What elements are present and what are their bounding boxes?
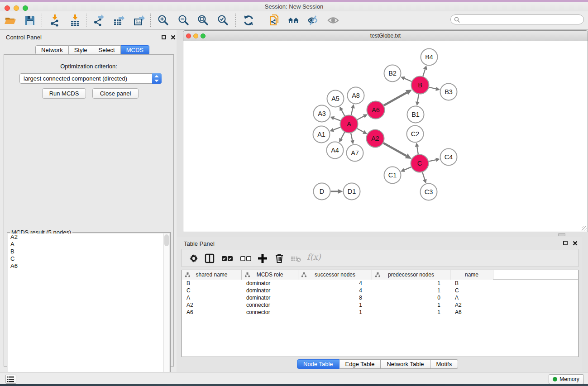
task-history-list-icon[interactable]: [5, 375, 16, 384]
column-header-predecessor-nodes[interactable]: predecessor nodes: [372, 270, 450, 280]
graph-edge-A2-C[interactable]: [383, 143, 406, 156]
table-cell: A6: [182, 309, 242, 316]
clone-network-icon[interactable]: [268, 14, 281, 27]
network-window-titlebar[interactable]: testGlobe.txt: [183, 31, 588, 41]
graph-node-label: C: [417, 160, 422, 167]
tab-select[interactable]: Select: [93, 45, 121, 55]
zoom-fit-icon[interactable]: [197, 14, 210, 27]
graph-edge-A-A8[interactable]: [351, 108, 353, 115]
hide-selected-icon[interactable]: [306, 14, 319, 27]
list-item[interactable]: C: [8, 255, 164, 262]
tab-edge-table[interactable]: Edge Table: [339, 359, 381, 369]
horizontal-splitter-handle[interactable]: [558, 233, 565, 236]
table-row[interactable]: Bdominator41B: [182, 280, 578, 287]
export-network-icon[interactable]: [93, 14, 105, 27]
graph-edge-B-B1[interactable]: [417, 94, 419, 102]
graph-node-label: A1: [317, 131, 325, 138]
run-mcds-button[interactable]: Run MCDS: [42, 88, 86, 99]
mcds-result-list[interactable]: A2ABCA6: [8, 234, 164, 386]
save-session-icon[interactable]: [24, 14, 36, 27]
graph-edge-arrowhead: [415, 143, 419, 147]
import-network-from-file-icon[interactable]: [48, 14, 61, 27]
graph-edge-A-A4[interactable]: [341, 132, 344, 139]
function-builder-icon[interactable]: f(x): [307, 252, 321, 262]
graph-edge-C-C4[interactable]: [429, 160, 436, 162]
table-row[interactable]: A6connector11A6: [182, 309, 578, 316]
graph-node-label: C2: [411, 130, 420, 138]
zoom-in-icon[interactable]: [157, 14, 170, 27]
zoom-selected-icon[interactable]: [217, 14, 229, 27]
graph-edge-C-C3[interactable]: [422, 172, 425, 180]
column-header-successor-nodes[interactable]: successor nodes: [298, 270, 372, 280]
table-row[interactable]: Adominator80A: [182, 294, 578, 301]
close-panel-button[interactable]: Close panel: [92, 88, 139, 99]
graph-edge-A-A2[interactable]: [357, 129, 363, 132]
window-resize-grip[interactable]: [582, 226, 587, 231]
graph-node-label: D1: [348, 188, 356, 195]
add-column-icon[interactable]: [257, 253, 268, 264]
table-row[interactable]: A2connector11A2: [182, 301, 578, 309]
graph-edge-B-B2[interactable]: [404, 78, 411, 81]
column-tree-icon: [375, 272, 380, 277]
dropdown-stepper-icon[interactable]: [152, 73, 162, 84]
list-item[interactable]: B: [8, 248, 164, 255]
tab-node-table[interactable]: Node Table: [297, 359, 339, 369]
tab-motifs[interactable]: Motifs: [430, 359, 459, 369]
show-all-networks-icon[interactable]: [287, 14, 300, 27]
zoom-out-icon[interactable]: [177, 14, 190, 27]
table-cell: B: [182, 280, 242, 287]
column-header-name[interactable]: name: [450, 270, 493, 280]
graph-edge-A-A3[interactable]: [334, 118, 340, 120]
column-tree-icon: [245, 272, 250, 277]
table-cell: connector: [242, 301, 298, 309]
graph-edge-B-B3[interactable]: [429, 87, 436, 89]
table-close-panel-icon[interactable]: [573, 241, 578, 246]
select-all-columns-icon[interactable]: [221, 253, 233, 264]
network-view-window: testGlobe.txt B4B2BB3A5A8A6A3B1AA1C2A2A4…: [183, 30, 588, 232]
result-scrollbar[interactable]: [163, 234, 169, 386]
graph-edge-A6-B[interactable]: [384, 92, 407, 105]
tab-mcds[interactable]: MCDS: [121, 45, 149, 55]
show-all-icon[interactable]: [327, 14, 339, 27]
column-header-mcds-role[interactable]: MCDS role: [242, 270, 298, 280]
list-item[interactable]: A2: [8, 234, 164, 241]
table-options-gear-icon[interactable]: [188, 253, 200, 264]
tab-style[interactable]: Style: [69, 45, 93, 55]
float-panel-icon[interactable]: [162, 35, 166, 39]
graph-edge-A-A1[interactable]: [334, 127, 340, 130]
criterion-dropdown[interactable]: largest connected component (directed): [19, 73, 162, 84]
export-image-icon[interactable]: [133, 14, 146, 27]
open-session-icon[interactable]: [4, 14, 17, 27]
graph-edge-A-A6[interactable]: [357, 116, 364, 120]
show-column-icon[interactable]: [204, 253, 215, 264]
close-panel-icon[interactable]: [171, 35, 176, 40]
delete-columns-trash-icon[interactable]: [273, 253, 285, 264]
table-cell: 1: [372, 301, 450, 309]
list-item[interactable]: A: [8, 241, 164, 248]
graph-node-label: A6: [372, 106, 380, 114]
table-row[interactable]: Cdominator41C: [182, 287, 578, 294]
table-float-panel-icon[interactable]: [563, 241, 568, 245]
graph-node-label: A2: [371, 135, 379, 142]
control-panel: Control Panel NetworkStyleSelectMCDS Opt…: [0, 30, 177, 372]
list-item[interactable]: A6: [8, 262, 164, 270]
memory-label: Memory: [559, 376, 579, 382]
column-header-shared-name[interactable]: shared name: [182, 270, 242, 280]
graph-node-label: C4: [445, 153, 453, 161]
export-table-icon[interactable]: [113, 14, 125, 27]
table-panel: Table Panel: [177, 237, 582, 372]
memory-button[interactable]: Memory: [549, 374, 584, 384]
apply-preferred-layout-icon[interactable]: [242, 14, 255, 27]
tab-network[interactable]: Network: [35, 45, 69, 55]
network-canvas[interactable]: B4B2BB3A5A8A6A3B1AA1C2A2A4A7C4CC1C3DD1: [183, 42, 588, 232]
graph-edge-B-B4[interactable]: [423, 69, 425, 76]
graph-edge-C-C2[interactable]: [417, 147, 418, 154]
tab-network-table[interactable]: Network Table: [381, 359, 430, 369]
unselect-all-columns-icon[interactable]: [239, 253, 251, 264]
import-table-from-file-icon[interactable]: [69, 14, 81, 27]
graph-edge-A-A7[interactable]: [351, 133, 352, 140]
graph-edge-A-A5[interactable]: [341, 110, 344, 116]
search-input[interactable]: [450, 14, 584, 24]
delete-table-icon[interactable]: [290, 253, 301, 264]
graph-edge-C-C1[interactable]: [404, 167, 411, 170]
